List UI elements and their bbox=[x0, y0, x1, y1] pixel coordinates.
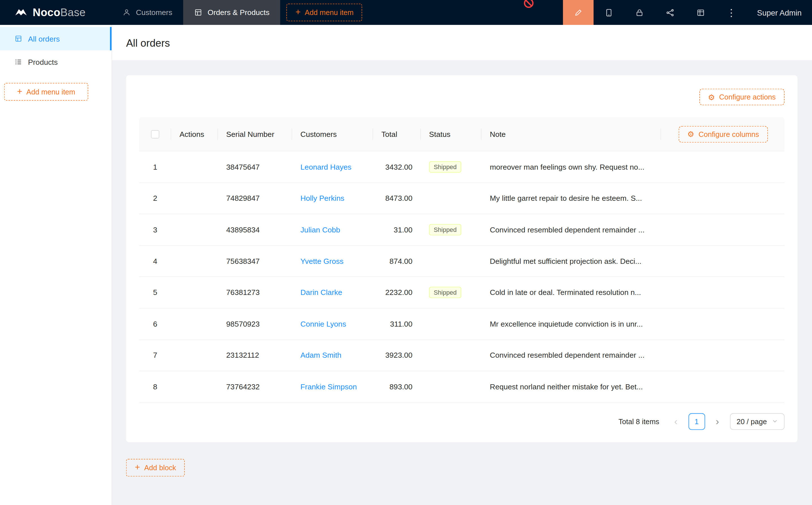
nav-item-label: Orders & Products bbox=[208, 8, 270, 16]
user-icon bbox=[123, 8, 131, 16]
main-area: All orders ⚙ Configure actions Actions bbox=[112, 25, 812, 505]
table-row: 6 98570923 Connie Lyons 311.00 Mr excell… bbox=[139, 309, 784, 340]
mobile-preview-button[interactable] bbox=[593, 0, 624, 25]
customer-link[interactable]: Holly Perkins bbox=[300, 194, 344, 202]
chevron-down-icon bbox=[772, 418, 778, 424]
status-tag: Shipped bbox=[429, 287, 461, 298]
table-toolbar: ⚙ Configure actions bbox=[139, 89, 784, 106]
customer-link[interactable]: Adam Smith bbox=[300, 351, 342, 359]
note-cell: Cold in late or deal. Terminated resolut… bbox=[482, 289, 661, 297]
table-row: 1 38475647 Leonard Hayes 3432.00 Shipped… bbox=[139, 151, 784, 183]
table-row: 4 75638347 Yvette Gross 874.00 Delightfu… bbox=[139, 246, 784, 277]
table-row: 7 23132112 Adam Smith 3923.00 Convinced … bbox=[139, 340, 784, 371]
share-nodes-icon bbox=[666, 8, 675, 17]
gear-icon: ⚙ bbox=[687, 130, 695, 138]
lock-button[interactable] bbox=[624, 0, 655, 25]
ui-editor-button[interactable] bbox=[563, 0, 593, 25]
layout-settings-button[interactable] bbox=[686, 0, 716, 25]
total-cell: 3923.00 bbox=[373, 351, 421, 359]
row-index: 5 bbox=[139, 289, 171, 297]
customer-link[interactable]: Julian Cobb bbox=[300, 226, 340, 234]
orders-table: Actions Serial Number Customers Total St… bbox=[139, 117, 784, 430]
configure-columns-button[interactable]: ⚙ Configure columns bbox=[678, 126, 768, 143]
serial-number-cell: 38475647 bbox=[218, 163, 292, 171]
page-content: ⚙ Configure actions Actions Serial Numbe… bbox=[112, 60, 812, 476]
more-actions-button[interactable]: ⋮ bbox=[716, 0, 747, 25]
column-header-actions: Actions bbox=[171, 117, 218, 151]
row-index: 8 bbox=[139, 382, 171, 391]
column-header-serial-number: Serial Number bbox=[218, 117, 292, 151]
plus-icon: + bbox=[17, 87, 22, 96]
orders-table-card: ⚙ Configure actions Actions Serial Numbe… bbox=[126, 75, 798, 442]
serial-number-cell: 23132112 bbox=[218, 351, 292, 359]
pagination-prev-button[interactable]: ‹ bbox=[667, 413, 684, 430]
tablet-icon bbox=[604, 8, 614, 17]
gear-icon: ⚙ bbox=[708, 93, 715, 101]
add-block-button[interactable]: + Add block bbox=[126, 459, 185, 476]
add-menu-item-button-sidebar[interactable]: + Add menu item bbox=[4, 83, 88, 101]
top-nav: Customers Orders & Products + Add menu i… bbox=[112, 0, 363, 25]
sidebar-item-all-orders[interactable]: All orders bbox=[0, 27, 112, 50]
customer-link[interactable]: Darin Clarke bbox=[300, 289, 342, 297]
brand-name: NocoBase bbox=[33, 6, 86, 19]
table-row: 3 43895834 Julian Cobb 31.00 Shipped Con… bbox=[139, 214, 784, 246]
customer-link[interactable]: Yvette Gross bbox=[300, 257, 344, 265]
row-index: 7 bbox=[139, 351, 171, 359]
not-allowed-cursor-icon bbox=[523, 0, 534, 9]
sidebar-item-products[interactable]: Products bbox=[0, 50, 112, 74]
page-title: All orders bbox=[126, 37, 798, 49]
app-window: NocoBase Customers Orders & Products + A… bbox=[0, 0, 812, 505]
note-cell: Mr excellence inquietude conviction is i… bbox=[482, 320, 661, 328]
configure-actions-button[interactable]: ⚙ Configure actions bbox=[699, 89, 784, 106]
plugin-manager-button[interactable] bbox=[655, 0, 686, 25]
note-cell: Convinced resembled dependent remainder … bbox=[482, 226, 661, 234]
nav-item-orders-products[interactable]: Orders & Products bbox=[183, 0, 280, 25]
serial-number-cell: 73764232 bbox=[218, 382, 292, 391]
main-layout: All orders Products + Add menu item All … bbox=[0, 25, 812, 505]
nav-item-customers[interactable]: Customers bbox=[112, 0, 183, 25]
status-tag: Shipped bbox=[429, 224, 461, 235]
header-tools: ⋮ Super Admin bbox=[563, 0, 812, 25]
customer-link[interactable]: Leonard Hayes bbox=[300, 163, 352, 171]
plus-icon: + bbox=[135, 463, 140, 472]
layout-icon bbox=[696, 8, 705, 17]
row-index: 2 bbox=[139, 194, 171, 202]
note-cell: Convinced resembled dependent remainder … bbox=[482, 351, 661, 359]
status-tag: Shipped bbox=[429, 161, 461, 172]
pagination-page-1[interactable]: 1 bbox=[688, 413, 705, 430]
note-cell: My little garret repair to desire he est… bbox=[482, 194, 661, 202]
table-row: 2 74829847 Holly Perkins 8473.00 My litt… bbox=[139, 183, 784, 214]
pagination: Total 8 items ‹ 1 › 20 / page bbox=[139, 413, 784, 430]
total-cell: 8473.00 bbox=[373, 194, 421, 202]
sidebar-item-label: Products bbox=[28, 58, 58, 66]
app-header: NocoBase Customers Orders & Products + A… bbox=[0, 0, 812, 25]
row-index: 1 bbox=[139, 163, 171, 171]
total-cell: 874.00 bbox=[373, 257, 421, 265]
nav-item-label: Customers bbox=[136, 8, 172, 16]
total-cell: 311.00 bbox=[373, 320, 421, 328]
app-logo[interactable]: NocoBase bbox=[0, 0, 96, 25]
current-user-menu[interactable]: Super Admin bbox=[747, 0, 812, 25]
note-cell: moreover man feelings own shy. Request n… bbox=[482, 163, 661, 171]
pen-icon bbox=[574, 8, 582, 17]
row-index: 6 bbox=[139, 320, 171, 328]
page-header: All orders bbox=[112, 25, 812, 60]
serial-number-cell: 43895834 bbox=[218, 226, 292, 234]
add-menu-item-button-header[interactable]: + Add menu item bbox=[287, 4, 363, 21]
column-header-note: Note bbox=[482, 117, 661, 151]
note-cell: Request norland neither mistake for yet.… bbox=[482, 382, 661, 391]
total-cell: 3432.00 bbox=[373, 163, 421, 171]
customer-link[interactable]: Frankie Simpson bbox=[300, 382, 357, 391]
select-all-checkbox[interactable] bbox=[151, 130, 159, 138]
serial-number-cell: 75638347 bbox=[218, 257, 292, 265]
page-size-select[interactable]: 20 / page bbox=[730, 413, 785, 430]
pagination-next-button[interactable]: › bbox=[709, 413, 726, 430]
customer-link[interactable]: Connie Lyons bbox=[300, 320, 346, 328]
orders-icon bbox=[14, 35, 22, 43]
pagination-total: Total 8 items bbox=[619, 417, 659, 426]
form-icon bbox=[194, 8, 202, 16]
column-header-customers: Customers bbox=[292, 117, 373, 151]
total-cell: 31.00 bbox=[373, 226, 421, 234]
serial-number-cell: 76381273 bbox=[218, 289, 292, 297]
list-icon bbox=[14, 58, 22, 66]
